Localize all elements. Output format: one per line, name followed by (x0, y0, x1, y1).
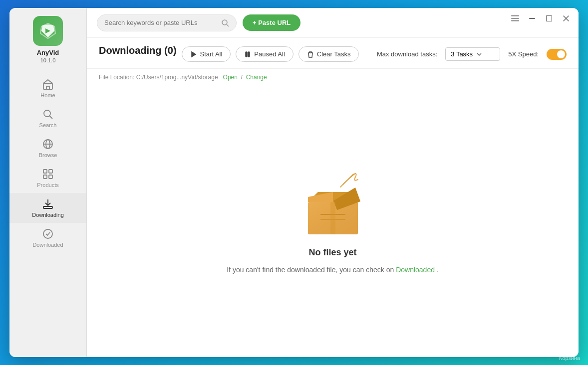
svg-line-10 (50, 116, 53, 119)
sidebar-item-home[interactable]: Home (9, 73, 86, 103)
sidebar-label-browse: Browse (39, 152, 57, 158)
sidebar-label-downloaded: Downloaded (32, 242, 63, 248)
paste-url-button[interactable]: + Paste URL (243, 14, 300, 31)
close-button[interactable] (562, 14, 571, 23)
file-location-label: File Location: C:/Users/1prog...nyVid/st… (99, 74, 218, 81)
empty-desc-pre: If you can't find the downloaded file, y… (227, 266, 396, 274)
svg-rect-23 (248, 52, 250, 57)
start-all-label: Start All (200, 50, 223, 58)
open-link[interactable]: Open (223, 74, 238, 81)
search-icon[interactable] (221, 19, 229, 27)
maximize-button[interactable] (545, 14, 554, 23)
downloading-title: Downloading (0) (99, 45, 177, 56)
svg-rect-2 (511, 20, 519, 21)
svg-rect-1 (511, 18, 519, 19)
main-content: + Paste URL Downloading (0) Start All (87, 8, 579, 357)
svg-rect-16 (43, 175, 47, 179)
file-location: File Location: C:/Users/1prog...nyVid/st… (87, 69, 579, 86)
max-tasks-value: 3 Tasks (451, 50, 473, 58)
speed-toggle[interactable] (547, 49, 567, 60)
header-bar: + Paste URL (87, 8, 579, 38)
sidebar-label-downloading: Downloading (32, 212, 64, 218)
svg-point-9 (44, 110, 50, 117)
sidebar-item-downloaded[interactable]: Downloaded (9, 223, 86, 253)
svg-rect-14 (43, 170, 47, 173)
downloaded-link[interactable]: Downloaded (396, 266, 435, 274)
max-tasks-select[interactable]: 3 Tasks (445, 47, 500, 61)
search-box[interactable] (97, 14, 237, 31)
app-name: AnyVid (37, 49, 59, 56)
sidebar-item-browse[interactable]: Browse (9, 133, 86, 163)
max-tasks-label: Max download tasks: (377, 50, 437, 58)
svg-rect-28 (330, 202, 335, 234)
sidebar-label-search: Search (39, 122, 57, 128)
sidebar: AnyVid 10.1.0 Home Search (9, 8, 87, 357)
svg-rect-18 (43, 206, 52, 208)
paused-all-button[interactable]: Paused All (236, 46, 293, 62)
svg-rect-4 (547, 16, 552, 21)
app-version: 10.1.0 (40, 57, 56, 63)
empty-title: No files yet (308, 247, 356, 258)
menu-button[interactable] (511, 14, 520, 23)
svg-rect-0 (511, 15, 519, 16)
bottom-hint: Корзина (559, 355, 580, 361)
sidebar-item-search[interactable]: Search (9, 103, 86, 133)
svg-line-21 (227, 24, 229, 26)
change-link[interactable]: Change (246, 74, 267, 81)
svg-rect-8 (46, 86, 49, 89)
sidebar-item-products[interactable]: Products (9, 163, 86, 193)
clear-tasks-label: Clear Tasks (317, 50, 351, 58)
start-all-button[interactable]: Start All (182, 46, 231, 62)
sidebar-item-downloading[interactable]: Downloading (9, 193, 86, 223)
sidebar-label-home: Home (40, 92, 55, 98)
svg-point-19 (43, 229, 52, 238)
speed-label: 5X Speed: (508, 50, 539, 58)
paused-all-label: Paused All (254, 50, 285, 58)
empty-desc-post: . (437, 266, 439, 274)
sidebar-label-products: Products (37, 182, 58, 188)
svg-rect-22 (246, 52, 247, 57)
svg-rect-15 (49, 170, 52, 173)
empty-state: No files yet If you can't find the downl… (87, 86, 579, 357)
empty-illustration (293, 170, 373, 239)
minimize-button[interactable] (528, 14, 537, 23)
svg-rect-3 (529, 18, 535, 19)
clear-tasks-button[interactable]: Clear Tasks (298, 46, 359, 62)
search-input[interactable] (104, 19, 217, 26)
app-logo (33, 16, 63, 46)
svg-point-20 (222, 20, 227, 25)
download-controls: Downloading (0) Start All Paused All (87, 38, 579, 69)
empty-desc: If you can't find the downloaded file, y… (227, 266, 439, 274)
svg-rect-17 (49, 175, 52, 179)
